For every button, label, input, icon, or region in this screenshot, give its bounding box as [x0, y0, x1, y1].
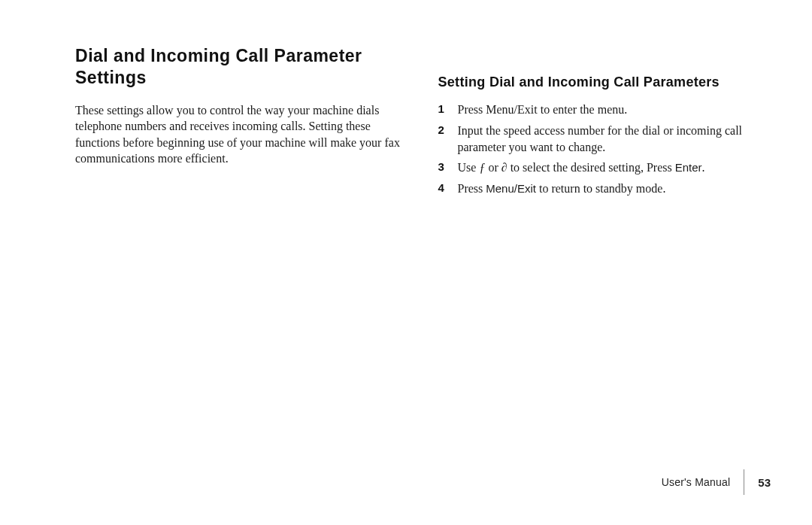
subtitle-rest: ial and Incoming Call Parameters: [499, 74, 720, 90]
two-column-layout: Dial and Incoming Call Parameter Setting…: [75, 45, 771, 495]
enter-key-label: Enter: [675, 161, 702, 174]
step-text: Press Menu/Exit to return to standby mod…: [458, 181, 666, 197]
step-4: 4 Press Menu/Exit to return to standby m…: [438, 181, 771, 197]
text-segment: Use: [458, 161, 480, 174]
step-text: Use ƒ or ∂ to select the desired setting…: [458, 159, 705, 176]
text-segment: or: [485, 161, 501, 174]
step-text: Press Menu/Exit to enter the menu.: [458, 102, 628, 118]
text-segment: M: [695, 476, 704, 488]
text-segment: to return to standby mode.: [536, 182, 665, 195]
step-1: 1 Press Menu/Exit to enter the menu.: [438, 102, 771, 118]
step-number: 2: [438, 123, 452, 138]
footer-divider: [744, 469, 744, 495]
text-segment: anual: [704, 476, 730, 488]
text-segment: to select the desired setting, Press: [508, 161, 675, 174]
step-2: 2 Input the speed access number for the …: [438, 123, 771, 155]
step-number: 3: [438, 159, 452, 174]
step-number: 1: [438, 102, 452, 117]
manual-page: Dial and Incoming Call Parameter Setting…: [0, 0, 812, 525]
title-dropcap: D: [75, 46, 88, 65]
menu-exit-key-label: Menu/Exit: [486, 182, 536, 195]
steps-list: 1 Press Menu/Exit to enter the menu. 2 I…: [438, 102, 771, 196]
subtitle-pre: Setting: [438, 74, 489, 90]
section-title: Dial and Incoming Call Parameter Setting…: [75, 45, 408, 89]
footer-label: User's Manual: [662, 476, 744, 488]
text-segment: .: [702, 161, 705, 174]
text-segment: Press: [458, 182, 486, 195]
text-segment: User's: [662, 476, 695, 488]
step-text: Input the speed access number for the di…: [458, 123, 771, 155]
page-footer: User's Manual 53: [662, 469, 771, 495]
left-column: Dial and Incoming Call Parameter Setting…: [75, 45, 408, 495]
subtitle-d: D: [489, 74, 499, 90]
title-text: ial and Incoming Call Parameter Settings: [75, 46, 362, 87]
right-column: Setting Dial and Incoming Call Parameter…: [438, 45, 771, 495]
step-3: 3 Use ƒ or ∂ to select the desired setti…: [438, 159, 771, 176]
down-arrow-symbol: ∂: [501, 161, 508, 174]
subsection-title: Setting Dial and Incoming Call Parameter…: [438, 74, 771, 91]
page-number: 53: [758, 476, 771, 489]
step-number: 4: [438, 181, 452, 196]
intro-paragraph: These settings allow you to control the …: [75, 102, 408, 167]
